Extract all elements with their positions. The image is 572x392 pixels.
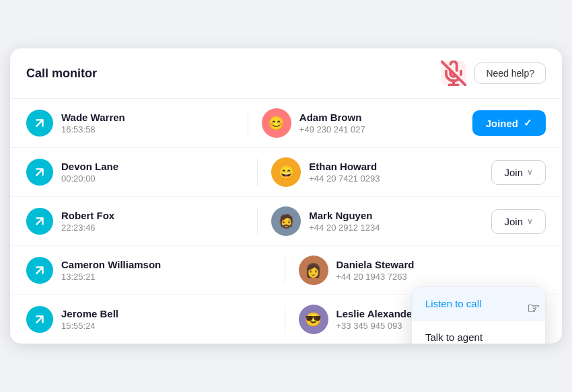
customer-info: Daniela Steward +44 20 1943 7263 <box>336 259 546 282</box>
customer-info: Ethan Howard +44 20 7421 0293 <box>309 161 491 184</box>
join-label: Join <box>504 216 523 227</box>
customer-name: Daniela Steward <box>336 259 546 270</box>
agent-call-icon <box>26 159 53 186</box>
customer-name: Mark Nguyen <box>309 210 491 221</box>
column-divider <box>285 257 285 284</box>
agent-name: Jerome Bell <box>61 308 271 319</box>
agent-time: 15:55:24 <box>61 321 271 331</box>
agent-time: 22:23:46 <box>61 223 244 233</box>
agent-name: Robert Fox <box>61 210 244 221</box>
customer-avatar: 😎 <box>299 305 328 334</box>
action-area: Joined✓ <box>472 110 546 136</box>
header: Call monitor Need help? <box>10 48 562 99</box>
checkmark-icon: ✓ <box>524 117 532 129</box>
agent-info: Wade Warren 16:53:58 <box>61 112 234 134</box>
customer-avatar: 😄 <box>271 157 301 187</box>
chevron-down-icon: ∨ <box>527 217 533 226</box>
agent-call-icon <box>26 208 53 235</box>
agent-name: Cameron Williamson <box>61 259 271 270</box>
join-button[interactable]: Join∨ <box>491 160 546 185</box>
table-row: Cameron Williamson 13:25:21 👩 Daniela St… <box>10 246 562 295</box>
dropdown-item-1[interactable]: Talk to agent <box>412 321 545 344</box>
joined-button[interactable]: Joined✓ <box>472 110 546 136</box>
joined-label: Joined <box>486 118 518 129</box>
column-divider <box>257 208 258 235</box>
call-action-dropdown: Listen to callTalk to agentTalk to both <box>411 286 546 344</box>
agent-info: Cameron Williamson 13:25:21 <box>61 259 271 282</box>
customer-info: Adam Brown +49 230 241 027 <box>299 112 472 134</box>
customer-avatar: 🧔 <box>271 206 301 236</box>
table-row: Devon Lane 00:20:00 😄 Ethan Howard +44 2… <box>10 148 562 197</box>
customer-name: Adam Brown <box>299 112 472 123</box>
customer-phone: +44 20 2912 1234 <box>309 223 491 233</box>
customer-name: Ethan Howard <box>309 161 491 172</box>
call-monitor-card: Call monitor Need help? Wade Warren 16:5… <box>10 48 562 344</box>
agent-call-icon <box>26 257 53 284</box>
agent-name: Wade Warren <box>61 112 234 123</box>
agent-time: 13:25:21 <box>61 272 271 282</box>
call-list: Wade Warren 16:53:58 😊 Adam Brown +49 23… <box>10 99 562 344</box>
customer-info: Mark Nguyen +44 20 2912 1234 <box>309 210 491 233</box>
dropdown-item-0[interactable]: Listen to call <box>412 287 545 321</box>
agent-call-icon <box>26 306 53 333</box>
column-divider <box>257 159 258 186</box>
agent-info: Devon Lane 00:20:00 <box>61 161 244 184</box>
agent-time: 16:53:58 <box>61 124 234 134</box>
customer-phone: +44 20 1943 7263 <box>336 272 546 282</box>
page-title: Call monitor <box>26 67 433 81</box>
agent-info: Robert Fox 22:23:46 <box>61 210 244 233</box>
join-label: Join <box>504 167 523 178</box>
join-button[interactable]: Join∨ <box>491 209 546 234</box>
customer-phone: +49 230 241 027 <box>299 124 472 134</box>
customer-phone: +44 20 7421 0293 <box>309 173 491 184</box>
table-row: Wade Warren 16:53:58 😊 Adam Brown +49 23… <box>10 99 562 148</box>
agent-info: Jerome Bell 15:55:24 <box>61 308 271 331</box>
mute-button[interactable] <box>441 61 466 86</box>
table-row: Robert Fox 22:23:46 🧔 Mark Nguyen +44 20… <box>10 197 562 246</box>
action-area: Join∨ <box>491 160 546 185</box>
chevron-down-icon: ∨ <box>527 167 533 177</box>
column-divider <box>285 306 285 333</box>
customer-avatar: 👩 <box>299 256 328 285</box>
agent-call-icon <box>26 110 53 136</box>
help-button[interactable]: Need help? <box>474 63 546 84</box>
agent-time: 00:20:00 <box>61 173 244 184</box>
action-area: Join∨ <box>491 209 546 234</box>
customer-avatar: 😊 <box>262 108 291 138</box>
agent-name: Devon Lane <box>61 161 244 172</box>
column-divider <box>248 110 248 136</box>
